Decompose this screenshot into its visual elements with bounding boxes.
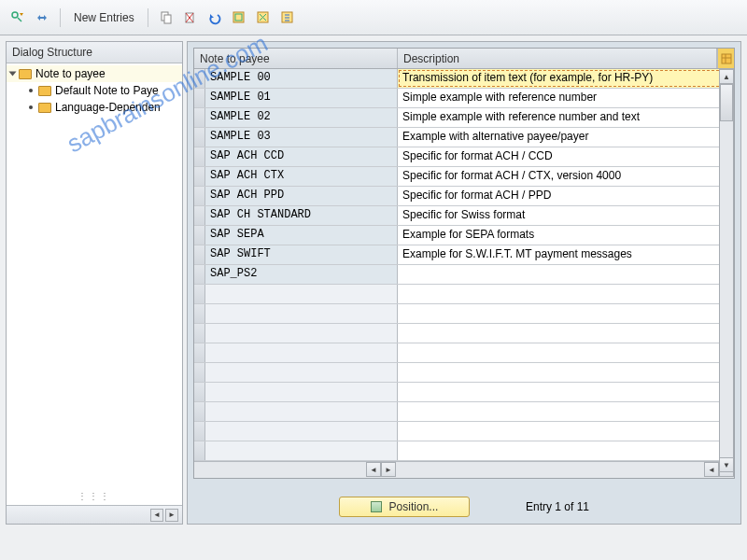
scroll-right-icon[interactable]: ► xyxy=(381,462,396,477)
tree-root-note-to-payee[interactable]: Note to payee xyxy=(7,65,182,82)
cell-desc[interactable] xyxy=(398,383,734,401)
table-row[interactable] xyxy=(194,324,734,343)
cell-key[interactable]: SAP ACH CCD xyxy=(205,147,398,166)
scroll-left-icon[interactable]: ◄ xyxy=(150,509,163,522)
table-row[interactable] xyxy=(194,422,734,441)
copy-icon[interactable] xyxy=(156,7,176,28)
table-row[interactable] xyxy=(194,363,734,383)
cell-desc[interactable]: Specific for Swiss format xyxy=(398,206,734,225)
cell-desc[interactable] xyxy=(398,343,734,362)
scroll-right-icon[interactable]: ► xyxy=(165,509,178,522)
cell-desc[interactable] xyxy=(398,285,734,303)
row-selector[interactable] xyxy=(194,343,205,362)
cell-desc[interactable] xyxy=(398,363,734,382)
cell-key[interactable]: SAP SWIFT xyxy=(205,245,398,264)
cell-key[interactable]: SAMPLE 00 xyxy=(205,69,398,88)
cell-key[interactable]: SAMPLE 01 xyxy=(205,89,398,107)
row-selector[interactable] xyxy=(194,324,205,343)
table-row[interactable] xyxy=(194,343,734,363)
select-all-icon[interactable] xyxy=(229,7,249,28)
cell-desc[interactable]: Specific for format ACH / CTX, version 4… xyxy=(398,167,734,186)
table-row[interactable]: SAMPLE 03Example with alternative payee/… xyxy=(194,128,734,147)
cell-desc[interactable]: Example for SEPA formats xyxy=(398,226,734,245)
row-selector[interactable] xyxy=(194,402,205,421)
row-selector[interactable] xyxy=(194,89,205,107)
row-selector[interactable] xyxy=(194,363,205,382)
scroll-up-icon[interactable]: ▲ xyxy=(720,70,733,84)
row-selector[interactable] xyxy=(194,265,205,284)
table-row[interactable] xyxy=(194,402,734,422)
cell-key[interactable] xyxy=(205,343,398,362)
table-row[interactable]: SAP_PS2 xyxy=(194,265,734,285)
table-row[interactable]: SAMPLE 00Transmission of item text (for … xyxy=(194,69,734,89)
cell-desc[interactable] xyxy=(398,265,734,284)
new-entries-button[interactable]: New Entries xyxy=(68,11,140,24)
row-selector[interactable] xyxy=(194,422,205,441)
tree-item-default-note[interactable]: Default Note to Paye xyxy=(7,82,182,99)
cell-key[interactable] xyxy=(205,324,398,343)
cell-key[interactable]: SAMPLE 02 xyxy=(205,108,398,127)
cell-key[interactable] xyxy=(205,422,398,441)
row-selector[interactable] xyxy=(194,206,205,225)
resize-handle[interactable]: ⋮⋮⋮ xyxy=(7,486,182,505)
table-row[interactable] xyxy=(194,285,734,304)
delete-icon[interactable] xyxy=(180,7,201,28)
cell-key[interactable] xyxy=(205,363,398,382)
cell-key[interactable] xyxy=(205,402,398,421)
cell-key[interactable]: SAP SEPA xyxy=(205,226,398,245)
config-icon[interactable] xyxy=(277,7,298,28)
row-selector[interactable] xyxy=(194,304,205,323)
cell-desc[interactable]: Transmission of item text (for example, … xyxy=(398,69,734,88)
table-row[interactable] xyxy=(194,383,734,402)
scroll-left-icon[interactable]: ◄ xyxy=(366,462,381,477)
cell-key[interactable] xyxy=(205,285,398,303)
cell-desc[interactable] xyxy=(398,402,734,421)
cell-key[interactable]: SAP_PS2 xyxy=(205,265,398,284)
cell-key[interactable] xyxy=(205,304,398,323)
row-selector[interactable] xyxy=(194,167,205,186)
cell-desc[interactable]: Example with alternative payee/payer xyxy=(398,128,734,147)
toggle-display-icon[interactable] xyxy=(7,7,28,28)
position-button[interactable]: Position... xyxy=(339,497,470,517)
table-row[interactable]: SAMPLE 02Simple example with reference n… xyxy=(194,108,734,128)
table-row[interactable]: SAP ACH CCDSpecific for format ACH / CCD xyxy=(194,147,734,167)
cell-key[interactable]: SAP ACH PPD xyxy=(205,187,398,205)
cell-key[interactable]: SAP CH STANDARD xyxy=(205,206,398,225)
tree-item-language-dependent[interactable]: Language-Dependen xyxy=(7,99,182,116)
cell-desc[interactable] xyxy=(398,422,734,441)
scroll-track[interactable] xyxy=(720,84,733,457)
cell-desc[interactable] xyxy=(398,324,734,343)
table-row[interactable]: SAP CH STANDARDSpecific for Swiss format xyxy=(194,206,734,226)
cell-desc[interactable]: Example for S.W.I.F.T. MT payment messag… xyxy=(398,245,734,264)
cell-key[interactable]: SAMPLE 03 xyxy=(205,128,398,147)
cell-key[interactable] xyxy=(205,383,398,401)
table-row[interactable] xyxy=(194,304,734,324)
row-selector[interactable] xyxy=(194,441,205,460)
scroll-down-icon[interactable]: ▼ xyxy=(720,457,733,471)
row-selector[interactable] xyxy=(194,147,205,166)
col-description[interactable]: Description xyxy=(398,49,717,68)
scroll-thumb[interactable] xyxy=(720,84,733,121)
cell-desc[interactable] xyxy=(398,441,734,460)
row-selector[interactable] xyxy=(194,226,205,245)
deselect-all-icon[interactable] xyxy=(253,7,274,28)
col-note-to-payee[interactable]: Note to payee xyxy=(194,49,398,68)
row-selector[interactable] xyxy=(194,383,205,401)
row-selector[interactable] xyxy=(194,128,205,147)
cell-desc[interactable]: Specific for format ACH / PPD xyxy=(398,187,734,205)
row-selector[interactable] xyxy=(194,187,205,205)
table-row[interactable]: SAP SEPAExample for SEPA formats xyxy=(194,226,734,245)
table-row[interactable]: SAP SWIFTExample for S.W.I.F.T. MT payme… xyxy=(194,245,734,265)
row-selector[interactable] xyxy=(194,245,205,264)
table-row[interactable] xyxy=(194,441,734,461)
cell-key[interactable] xyxy=(205,441,398,460)
cell-desc[interactable]: Simple example with reference number and… xyxy=(398,108,734,127)
table-row[interactable]: SAP ACH CTXSpecific for format ACH / CTX… xyxy=(194,167,734,187)
table-v-scroll[interactable]: ▲ ▼ xyxy=(719,69,734,472)
cell-key[interactable]: SAP ACH CTX xyxy=(205,167,398,186)
table-settings-icon[interactable] xyxy=(717,49,734,68)
undo-icon[interactable] xyxy=(204,7,225,28)
scroll-left-icon[interactable]: ◄ xyxy=(704,462,719,477)
expand-icon[interactable] xyxy=(32,7,52,28)
cell-desc[interactable]: Specific for format ACH / CCD xyxy=(398,147,734,166)
